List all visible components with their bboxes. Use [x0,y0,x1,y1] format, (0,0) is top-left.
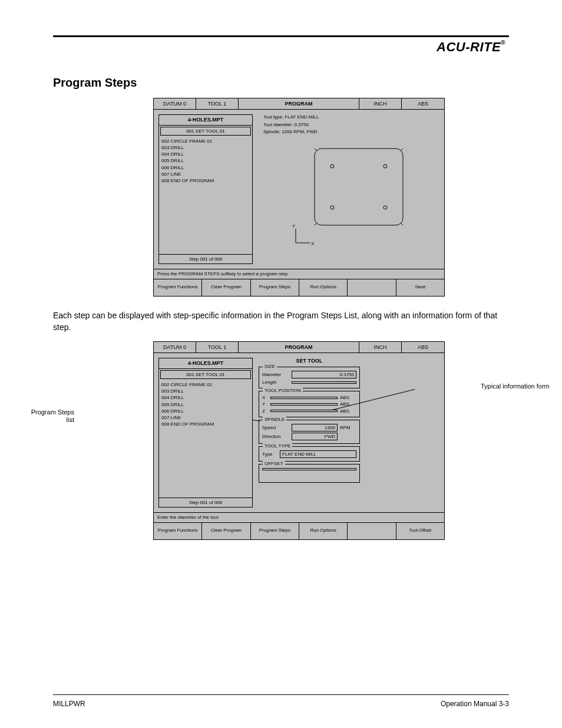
svg-text:Y: Y [292,223,296,229]
list-item[interactable]: 008 END OF PROGRAM [161,421,250,427]
pos-y-field[interactable] [270,403,338,406]
offset-field[interactable] [262,468,356,470]
svg-rect-0 [315,149,403,225]
list-item[interactable]: 006 DRILL [161,408,250,414]
program-filename: 4-HOLES.MPT [159,115,252,125]
length-field[interactable] [292,381,356,384]
program-step-list[interactable]: 002 CIRCLE FRAME 01 003 DRILL 004 DRILL … [159,137,252,254]
spindle-speed-field[interactable]: 1200 [292,424,338,431]
softkey-program-functions[interactable]: Program Functions [154,523,202,539]
list-item[interactable]: 007 LINE [161,414,250,421]
status-bar: DATUM 0 TOOL 1 PROGRAM INCH ABS [154,342,444,353]
footer-left: MILLPWR [53,700,85,708]
program-step-selected[interactable]: 001 SET TOOL 01 [160,127,251,136]
softkey-run-options[interactable]: Run Options [299,279,348,296]
status-datum: DATUM 0 [154,342,196,353]
form-group-tooltype: TOOL TYPE Type FLAT END MILL [259,446,360,462]
field-label: Diameter [262,372,289,377]
status-abs: ABS [402,342,444,353]
group-label: SIZE [263,364,277,369]
program-step-counter: Step 001 of 008 [159,254,252,263]
list-item[interactable]: 004 DRILL [161,394,250,401]
unit-label: RPM [340,425,356,430]
footer-rule [53,694,509,695]
softkey-tool-offset[interactable]: Tool Offset [396,523,444,539]
list-item[interactable]: 007 LINE [161,171,250,177]
svg-text:X: X [311,241,315,246]
softkey-program-steps[interactable]: Program Steps [251,523,299,539]
program-graphic-panel: Tool type: FLAT END MILL Tool diameter: … [257,110,444,269]
list-item[interactable]: 002 CIRCLE FRAME 01 [161,381,250,388]
softkey-clear-program[interactable]: Clear Program [202,279,250,296]
status-datum: DATUM 0 [154,98,196,109]
softkey-program-functions[interactable]: Program Functions [154,279,202,296]
screen-body: 4-HOLES.MPT 001 SET TOOL 01 002 CIRCLE F… [154,353,444,512]
list-item[interactable]: 002 CIRCLE FRAME 01 [161,138,250,144]
group-label: TOOL POSITION [263,388,303,393]
program-step-selected[interactable]: 001 SET TOOL 01 [160,370,251,379]
status-units: INCH [359,98,402,109]
status-tool: TOOL 1 [196,98,239,109]
svg-point-2 [384,164,387,168]
screen-program: DATUM 0 TOOL 1 PROGRAM INCH ABS 4-HOLES.… [153,98,445,297]
list-item[interactable]: 008 END OF PROGRAM [161,177,250,184]
softkey-empty [348,279,396,296]
softkey-clear-program[interactable]: Clear Program [202,523,250,539]
header-rule [53,35,509,37]
status-mode: PROGRAM [239,342,359,353]
brand-mark: ® [501,39,505,46]
list-item[interactable]: 006 DRILL [161,164,250,171]
brand-text: ACU-RITE [437,39,501,54]
pos-x-field[interactable] [270,397,338,399]
callout-list-label: Program Steps list [22,409,74,424]
info-line: Tool type: FLAT END MILL [263,114,438,120]
spindle-dir-field[interactable]: FWD [292,433,338,440]
group-label: TOOL TYPE [263,443,292,449]
program-list-panel: 4-HOLES.MPT 001 SET TOOL 01 002 CIRCLE F… [158,114,253,264]
svg-point-1 [330,164,334,168]
softkey-save[interactable]: Save [396,279,444,296]
step-info-form: SET TOOL SIZE Diameter 0.3750 Length TOO… [259,357,360,509]
status-abs: ABS [402,98,444,109]
svg-line-5 [315,149,317,151]
message-bar: Press the PROGRAM STEPS softkey to selec… [154,269,444,278]
softkey-run-options[interactable]: Run Options [299,523,348,539]
diameter-field[interactable]: 0.3750 [292,371,356,378]
brand-logo: ACU-RITE® [437,39,505,55]
list-item[interactable]: 005 DRILL [161,157,250,164]
axis-label: Z [262,409,268,414]
field-label: Type [262,452,277,457]
page-footer: MILLPWR Operation Manual 3-3 [53,700,509,708]
svg-point-4 [384,206,387,209]
screen-program-form: DATUM 0 TOOL 1 PROGRAM INCH ABS 4-HOLES.… [153,341,445,540]
field-label: Length [262,380,289,385]
body-paragraph: Each step can be displayed with step-spe… [53,309,509,334]
axis-label: Y [262,401,268,407]
axis-label: X [262,395,268,400]
softkey-empty [348,523,396,539]
callout-form-label: Typical information form [481,383,551,390]
status-tool: TOOL 1 [196,342,239,353]
unit-label: ABS [340,395,356,400]
program-step-list[interactable]: 002 CIRCLE FRAME 01 003 DRILL 004 DRILL … [159,380,252,498]
list-item[interactable]: 004 DRILL [161,151,250,157]
svg-line-7 [315,223,317,225]
form-group-offset: OFFSET [259,464,360,483]
softkey-row: Program Functions Clear Program Program … [154,279,444,296]
unit-label: ABS [340,409,356,414]
group-label: SPINDLE [263,417,286,422]
tool-type-field[interactable]: FLAT END MILL [280,450,356,458]
screen-body: 4-HOLES.MPT 001 SET TOOL 01 002 CIRCLE F… [154,110,444,269]
program-filename: 4-HOLES.MPT [159,358,252,368]
list-item[interactable]: 003 DRILL [161,388,250,394]
pos-z-field[interactable] [270,410,338,412]
status-bar: DATUM 0 TOOL 1 PROGRAM INCH ABS [154,98,444,109]
list-item[interactable]: 005 DRILL [161,401,250,408]
status-mode: PROGRAM [239,98,359,109]
softkey-program-steps[interactable]: Program Steps [251,279,299,296]
program-step-counter: Step 001 of 008 [159,498,252,507]
program-list-panel: 4-HOLES.MPT 001 SET TOOL 01 002 CIRCLE F… [158,358,253,508]
unit-label: ABS [340,401,356,407]
list-item[interactable]: 003 DRILL [161,144,250,151]
message-bar: Enter the diameter of the tool. [154,512,444,522]
